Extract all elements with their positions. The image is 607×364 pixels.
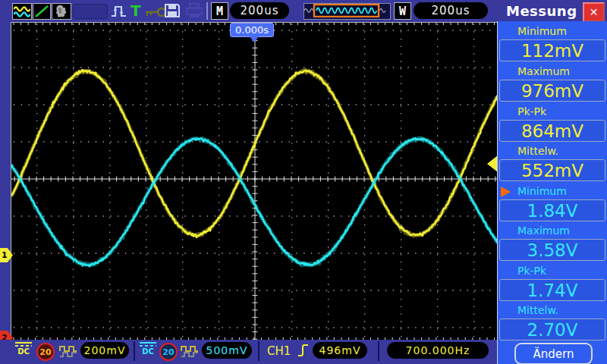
statusbar-separator [134,341,135,361]
zoom-window-preview[interactable] [304,3,391,20]
measurement-label: Maximum [517,224,570,237]
measure-panel: Minimum 112mV Maximum 976mV Pk-Pk 864mV … [497,21,607,364]
trigger-time-label: 0.000s [235,24,269,36]
measurement-label: Maximum [517,65,570,77]
trigger-frequency-value: 700.000Hz [406,344,470,356]
measurement-entry[interactable]: Mittelw. 552mV [499,145,605,183]
trigger-level-value: 496mV [319,344,361,356]
save-floppy-icon[interactable] [164,3,181,21]
channel-waves-glyph [14,5,30,18]
pulse-icon[interactable] [111,4,127,22]
trigger-position-pointer [250,36,259,42]
change-button-label: Ändern [533,347,574,361]
main-timebase-value: 200us [241,4,279,17]
ch1-bwlimit-glyph [59,345,77,358]
measurement-entry[interactable]: Mittelw. 2.70V [499,304,605,342]
trigger-source-label: CH1 [267,344,291,358]
trigger-position-tag[interactable]: 0.000s [230,23,274,37]
measurement-value: 864mV [499,120,605,142]
ch1-scale-value: 200mV [84,344,126,356]
measurement-label: Mittelw. [517,145,558,157]
ch2-bwlimit-glyph [181,345,199,358]
statusbar-separator [378,341,379,361]
cursor-line-glyph [34,5,49,18]
measurement-label: Minimum [517,185,567,197]
measurement-entry[interactable]: Pk-Pk 1.74V [499,265,605,303]
printer-glyph [185,3,203,18]
main-timebase-letter: M [216,5,223,18]
window-timebase-box: W [394,2,411,20]
trigger-level-marker[interactable] [487,155,498,172]
measurement-value: 976mV [499,80,605,102]
main-timebase-box: M [211,2,228,20]
trigger-level-pill[interactable]: 496mV [313,342,367,359]
measurement-label: Minimum [517,25,567,37]
cursor-line-icon[interactable] [33,3,51,20]
measurement-value: 3.58V [499,239,605,261]
ch1-probe-badge[interactable]: 20 [36,343,55,361]
ch1-scale-pill[interactable]: 200mV [80,342,129,359]
ch2-probe-badge[interactable]: 20 [159,343,178,361]
close-glyph: ✕ [590,6,599,18]
ch2-scale-pill[interactable]: 500mV [202,342,252,359]
measurement-value: 552mV [499,159,605,181]
waveform-display [11,22,498,341]
measurement-entry[interactable]: Minimum 112mV [499,25,605,63]
ch2-bwlimit-icon[interactable] [181,345,199,361]
measurement-label: Pk-Pk [517,105,546,118]
status-bar: DC 20 200mV DC 20 500mV CH1 496mV [0,340,497,364]
pulse-glyph [111,4,127,19]
trigger-t-icon[interactable]: T [131,2,141,20]
measurement-label: Mittelw. [517,304,558,316]
noise-capture-glyph [53,5,70,18]
scope-plot [11,23,498,340]
ch1-probe-value: 20 [39,347,51,357]
ch2-coupling-label: DC [142,347,154,356]
panel-title-text: Messung [506,3,577,19]
window-timebase-letter: W [399,5,406,18]
main-timebase-pill[interactable]: 200us [230,2,289,19]
printer-icon[interactable] [185,3,203,21]
ch1-zero-label: 1 [2,250,8,260]
trigger-frequency-pill[interactable]: 700.000Hz [387,342,489,359]
zoom-window-preview-glyph [304,4,388,17]
oscilloscope-screen: { "toolbar": { "m_label": "M", "m_timeba… [0,0,607,364]
measurement-value: 1.74V [499,279,605,301]
statusbar-separator [258,341,259,361]
window-timebase-pill[interactable]: 200us [414,2,488,19]
empty-slot [73,4,108,19]
toolbar-separator [206,2,208,20]
save-floppy-glyph [164,3,181,18]
ch2-scale-value: 500mV [206,344,248,356]
ch2-coupling-icon[interactable]: DC [138,342,158,356]
measurement-value: 112mV [499,39,605,61]
measurement-entry[interactable]: Maximum 3.58V [499,224,605,262]
selected-arrow-icon [501,187,511,197]
measurement-label: Pk-Pk [517,265,546,277]
ch2-probe-value: 20 [162,347,174,357]
measurement-value: 2.70V [499,318,605,340]
measurement-entry[interactable]: Maximum 976mV [499,65,605,103]
measurement-entry[interactable]: Minimum 1.84V [499,185,605,223]
window-timebase-value: 200us [432,4,470,17]
ch1-bwlimit-icon[interactable] [59,345,77,361]
ch1-coupling-label: DC [17,347,30,356]
channel-waves-icon[interactable] [12,3,32,20]
trigger-slope-glyph [297,342,310,359]
close-icon[interactable]: ✕ [583,2,605,22]
change-button[interactable]: Ändern [514,343,593,364]
noise-capture-icon[interactable] [52,3,71,20]
measurement-entry[interactable]: Pk-Pk 864mV [499,105,605,143]
ch1-coupling-icon[interactable]: DC [14,342,33,356]
trigger-slope-icon[interactable] [297,342,310,362]
measurement-value: 1.84V [499,199,605,221]
